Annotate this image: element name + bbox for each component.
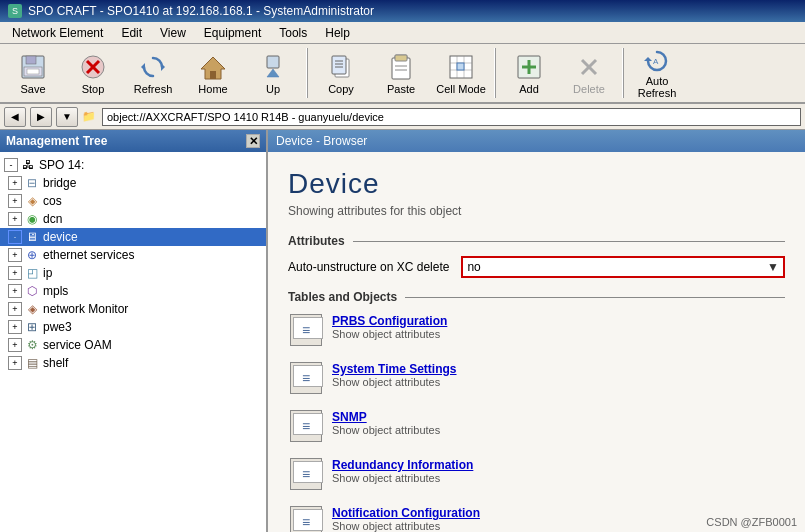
forward-button[interactable]: ▶ bbox=[30, 107, 52, 127]
menu-edit[interactable]: Edit bbox=[113, 24, 150, 42]
bridge-icon: ⊟ bbox=[24, 175, 40, 191]
systemtime-title[interactable]: System Time Settings bbox=[332, 362, 457, 376]
delete-icon bbox=[573, 51, 605, 83]
cellmode-button[interactable]: Cell Mode bbox=[432, 46, 490, 100]
tree-label-mpls: mpls bbox=[43, 284, 68, 298]
tables-section-label: Tables and Objects bbox=[288, 290, 785, 304]
prbs-text: PRBS Configuration Show object attribute… bbox=[332, 314, 447, 340]
title-text: SPO CRAFT - SPO1410 at 192.168.168.1 - S… bbox=[28, 4, 374, 18]
snmp-item[interactable]: SNMP Show object attributes bbox=[288, 408, 785, 444]
menu-tools[interactable]: Tools bbox=[271, 24, 315, 42]
refresh-button[interactable]: Refresh bbox=[124, 46, 182, 100]
tree-item-device[interactable]: · 🖥 device bbox=[0, 228, 266, 246]
tree-item-mpls[interactable]: + ⬡ mpls bbox=[0, 282, 266, 300]
redundancy-title[interactable]: Redundancy Information bbox=[332, 458, 473, 472]
snmp-title[interactable]: SNMP bbox=[332, 410, 440, 424]
panel-close-button[interactable]: ✕ bbox=[246, 134, 260, 148]
systemtime-text: System Time Settings Show object attribu… bbox=[332, 362, 457, 388]
panel-title: Management Tree bbox=[6, 134, 107, 148]
tree-item-ip[interactable]: + ◰ ip bbox=[0, 264, 266, 282]
browser-content: Device Showing attributes for this objec… bbox=[268, 152, 805, 532]
home-button[interactable]: Home bbox=[184, 46, 242, 100]
notification-text: Notification Configuration Show object a… bbox=[332, 506, 480, 532]
tree-item-shelf[interactable]: + ▤ shelf bbox=[0, 354, 266, 372]
tables-objects-section: Tables and Objects PRBS Configuration Sh… bbox=[288, 290, 785, 532]
systemtime-item[interactable]: System Time Settings Show object attribu… bbox=[288, 360, 785, 396]
snmp-icon bbox=[290, 410, 322, 442]
app-icon: S bbox=[8, 4, 22, 18]
tree-item-dcn[interactable]: + ◉ dcn bbox=[0, 210, 266, 228]
back-button[interactable]: ◀ bbox=[4, 107, 26, 127]
tree-label-shelf: shelf bbox=[43, 356, 68, 370]
tree-label-ip: ip bbox=[43, 266, 52, 280]
delete-button[interactable]: Delete bbox=[560, 46, 618, 100]
menu-view[interactable]: View bbox=[152, 24, 194, 42]
expander-mpls[interactable]: + bbox=[8, 284, 22, 298]
tree-label-device: device bbox=[43, 230, 78, 244]
address-input[interactable] bbox=[102, 108, 801, 126]
svg-rect-14 bbox=[332, 56, 346, 74]
serviceoam-icon: ⚙ bbox=[24, 337, 40, 353]
tree-item-cos[interactable]: + ◈ cos bbox=[0, 192, 266, 210]
tree-item-network[interactable]: + ◈ network Monitor bbox=[0, 300, 266, 318]
autorefresh-button[interactable]: A Auto Refresh bbox=[628, 46, 686, 100]
toolbar: Save Stop Refresh bbox=[0, 44, 805, 104]
tree-label-cos: cos bbox=[43, 194, 62, 208]
add-button[interactable]: Add bbox=[500, 46, 558, 100]
menu-bar: Network Element Edit View Equipment Tool… bbox=[0, 22, 805, 44]
tree-item-bridge[interactable]: + ⊟ bridge bbox=[0, 174, 266, 192]
svg-marker-34 bbox=[644, 57, 652, 61]
expander-ip[interactable]: + bbox=[8, 266, 22, 280]
snmp-text: SNMP Show object attributes bbox=[332, 410, 440, 436]
device-title: Device bbox=[288, 168, 785, 200]
expander-ethernet[interactable]: + bbox=[8, 248, 22, 262]
network-icon: ◈ bbox=[24, 301, 40, 317]
expander-bridge[interactable]: + bbox=[8, 176, 22, 190]
dcn-icon: ◉ bbox=[24, 211, 40, 227]
expander-shelf[interactable]: + bbox=[8, 356, 22, 370]
svg-rect-1 bbox=[26, 56, 36, 64]
prbs-title[interactable]: PRBS Configuration bbox=[332, 314, 447, 328]
pwe3-icon: ⊞ bbox=[24, 319, 40, 335]
copy-button[interactable]: Copy bbox=[312, 46, 370, 100]
paste-button[interactable]: Paste bbox=[372, 46, 430, 100]
tree-item-serviceoam[interactable]: + ⚙ service OAM bbox=[0, 336, 266, 354]
browser-header-title: Device - Browser bbox=[276, 134, 367, 148]
dropdown-arrow-icon: ▼ bbox=[767, 260, 779, 274]
tree-item-pwe3[interactable]: + ⊞ pwe3 bbox=[0, 318, 266, 336]
attr-dropdown[interactable]: no ▼ bbox=[461, 256, 785, 278]
main-area: Management Tree ✕ - 🖧 SPO 14: + ⊟ bridge… bbox=[0, 130, 805, 532]
expander-serviceoam[interactable]: + bbox=[8, 338, 22, 352]
systemtime-desc: Show object attributes bbox=[332, 376, 457, 388]
expander-network[interactable]: + bbox=[8, 302, 22, 316]
copy-icon bbox=[325, 51, 357, 83]
menu-equipment[interactable]: Equipment bbox=[196, 24, 269, 42]
menu-network-element[interactable]: Network Element bbox=[4, 24, 111, 42]
save-button[interactable]: Save bbox=[4, 46, 62, 100]
browser-header: Device - Browser bbox=[268, 130, 805, 152]
save-icon bbox=[17, 51, 49, 83]
autorefresh-icon: A bbox=[641, 47, 673, 75]
notification-title[interactable]: Notification Configuration bbox=[332, 506, 480, 520]
redundancy-item[interactable]: Redundancy Information Show object attri… bbox=[288, 456, 785, 492]
svg-text:A: A bbox=[653, 57, 659, 66]
expander-pwe3[interactable]: + bbox=[8, 320, 22, 334]
expander-device[interactable]: · bbox=[8, 230, 22, 244]
expander-dcn[interactable]: + bbox=[8, 212, 22, 226]
expander-spo14[interactable]: - bbox=[4, 158, 18, 172]
menu-help[interactable]: Help bbox=[317, 24, 358, 42]
up-button[interactable]: Up bbox=[244, 46, 302, 100]
tree-item-spo14[interactable]: - 🖧 SPO 14: bbox=[0, 156, 266, 174]
tree-item-ethernet[interactable]: + ⊕ ethernet services bbox=[0, 246, 266, 264]
dropdown-button[interactable]: ▼ bbox=[56, 107, 78, 127]
shelf-icon: ▤ bbox=[24, 355, 40, 371]
separator-3 bbox=[622, 48, 624, 98]
svg-marker-7 bbox=[161, 63, 165, 71]
attr-value: no bbox=[467, 260, 480, 274]
device-icon: 🖥 bbox=[24, 229, 40, 245]
separator-1 bbox=[306, 48, 308, 98]
stop-button[interactable]: Stop bbox=[64, 46, 122, 100]
expander-cos[interactable]: + bbox=[8, 194, 22, 208]
prbs-item[interactable]: PRBS Configuration Show object attribute… bbox=[288, 312, 785, 348]
up-icon bbox=[257, 51, 289, 83]
